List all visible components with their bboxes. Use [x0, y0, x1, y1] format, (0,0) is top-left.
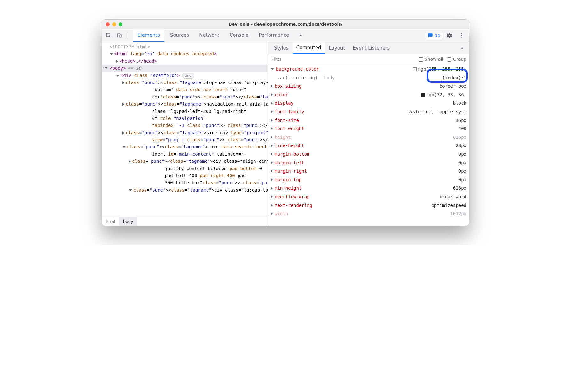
svg-rect-2 — [120, 35, 121, 37]
styles-sidebar: StylesComputedLayoutEvent Listeners » Sh… — [268, 42, 469, 226]
sidebar-tab-event-listeners[interactable]: Event Listeners — [349, 42, 394, 54]
dom-node-cont[interactable]: 0" role="navigation" — [122, 115, 267, 122]
sidebar-tab-styles[interactable]: Styles — [270, 42, 293, 54]
sidebar-tab-layout[interactable]: Layout — [325, 42, 349, 54]
dom-node[interactable]: <head>…</head> — [102, 58, 268, 65]
dom-node[interactable]: class="punc"><class="tagname">main data-… — [102, 143, 268, 158]
computed-prop-box-sizing[interactable]: box-sizingborder-box — [268, 82, 469, 90]
sidebar-tab-computed[interactable]: Computed — [293, 42, 325, 54]
zoom-window-button[interactable] — [119, 22, 122, 26]
dom-node-cont[interactable]: view="proj t"class="punc">>…class="punc"… — [122, 136, 267, 143]
dom-node-cont[interactable]: inert id="main-content" tabindex="- — [122, 151, 267, 158]
computed-prop-line-height[interactable]: line-height28px — [268, 141, 469, 150]
close-window-button[interactable] — [106, 22, 110, 26]
show-all-checkbox[interactable]: Show all — [419, 57, 443, 62]
layout-pill: grid — [182, 73, 195, 79]
computed-prop-background-color[interactable]: background-colorrgb(255, 255, 255) — [268, 65, 469, 74]
dom-node[interactable]: <html lang="en" data-cookies-accepted> — [102, 50, 268, 57]
tab-performance[interactable]: Performance — [254, 29, 293, 42]
breadcrumb: htmlbody — [102, 217, 268, 226]
filter-input[interactable] — [271, 56, 415, 62]
computed-filterbar: Show all Group — [268, 54, 469, 64]
main-split: <!DOCTYPE html><html lang="en" data-cook… — [102, 42, 469, 226]
source-link[interactable]: (index):1 — [442, 74, 466, 82]
computed-prop-margin-top[interactable]: margin-top0px — [268, 176, 469, 184]
toolbar-divider — [127, 32, 127, 39]
dom-node[interactable]: class="punc"><class="tagname">navigation… — [102, 100, 268, 129]
dom-node[interactable]: class="punc"><class="tagname">div class=… — [102, 158, 268, 186]
window-title: DevTools - developer.chrome.com/docs/dev… — [102, 22, 469, 27]
elements-panel: <!DOCTYPE html><html lang="en" data-cook… — [102, 42, 268, 226]
dom-node[interactable]: class="punc"><class="tagname">side-nav t… — [102, 129, 268, 144]
minimize-window-button[interactable] — [112, 22, 116, 26]
more-menu-icon[interactable]: ⋮ — [456, 32, 467, 39]
computed-prop-font-weight[interactable]: font-weight400 — [268, 124, 469, 133]
dom-node[interactable]: ⋯<body>== $0 — [102, 65, 268, 72]
panel-tabs: ElementsSourcesNetworkConsolePerformance — [133, 29, 294, 42]
computed-prop-source[interactable]: var(--color-bg)body(index):1 — [268, 74, 469, 82]
dom-node[interactable]: class="punc"><class="tagname">top-nav cl… — [102, 79, 268, 100]
inspect-icon[interactable] — [104, 31, 113, 40]
dom-tree[interactable]: <!DOCTYPE html><html lang="en" data-cook… — [102, 42, 268, 217]
devtools-window: DevTools - developer.chrome.com/docs/dev… — [102, 19, 469, 226]
computed-prop-font-family[interactable]: font-familysystem-ui, -apple-syst — [268, 107, 469, 116]
computed-properties[interactable]: background-colorrgb(255, 255, 255)var(--… — [268, 64, 469, 226]
dom-node[interactable]: class="punc"><class="tagname">div class=… — [102, 186, 268, 193]
dom-node-cont[interactable]: 300 title-bar"class="punc">>…class="punc… — [129, 179, 267, 186]
computed-prop-text-rendering[interactable]: text-renderingoptimizespeed — [268, 201, 469, 210]
computed-prop-font-size[interactable]: font-size16px — [268, 116, 469, 125]
panel-tabs-overflow[interactable]: » — [295, 32, 307, 39]
computed-prop-margin-left[interactable]: margin-left0px — [268, 159, 469, 167]
computed-prop-height[interactable]: height626px — [268, 133, 469, 142]
dom-node-cont[interactable]: ner"class="punc">>…class="punc"></class=… — [122, 93, 267, 100]
computed-prop-width[interactable]: width1012px — [268, 209, 469, 218]
computed-prop-margin-bottom[interactable]: margin-bottom0px — [268, 150, 469, 159]
dom-node-cont[interactable]: class="lg:pad-left-200 lg:pad-right — [122, 108, 267, 115]
breadcrumb-body[interactable]: body — [119, 217, 137, 226]
sidebar-tabs-overflow[interactable]: » — [457, 42, 467, 54]
dom-node-cont[interactable]: -bottom" data-side-nav-inert role=" — [122, 86, 267, 93]
computed-prop-display[interactable]: displayblock — [268, 99, 469, 107]
main-toolbar: ElementsSourcesNetworkConsolePerformance… — [102, 29, 469, 42]
issues-badge[interactable]: 15 — [425, 32, 443, 39]
group-checkbox[interactable]: Group — [447, 57, 466, 62]
tab-sources[interactable]: Sources — [166, 29, 193, 42]
dom-node-cont[interactable]: tabindex="-1"class="punc">> class="punc"… — [122, 122, 267, 129]
tab-elements[interactable]: Elements — [133, 29, 164, 42]
window-titlebar: DevTools - developer.chrome.com/docs/dev… — [102, 20, 469, 29]
dom-node[interactable]: <!DOCTYPE html> — [102, 43, 268, 50]
computed-prop-color[interactable]: colorrgb(32, 33, 36) — [268, 90, 469, 99]
computed-prop-margin-right[interactable]: margin-right0px — [268, 167, 469, 176]
tab-network[interactable]: Network — [195, 29, 224, 42]
dom-node-cont[interactable]: justify-content-between pad-bottom 0 — [129, 165, 267, 172]
device-mode-icon[interactable] — [115, 31, 124, 40]
dom-node-cont[interactable]: pad-left-400 pad-right-400 pad- — [129, 172, 267, 179]
computed-prop-min-height[interactable]: min-height626px — [268, 184, 469, 192]
settings-icon[interactable] — [445, 31, 454, 40]
computed-prop-overflow-wrap[interactable]: overflow-wrapbreak-word — [268, 192, 469, 201]
window-controls — [102, 22, 122, 26]
sidebar-tabs: StylesComputedLayoutEvent Listeners » — [268, 42, 469, 54]
tab-console[interactable]: Console — [225, 29, 253, 42]
dom-node[interactable]: <div class="scaffold">grid — [102, 72, 268, 79]
issues-count: 15 — [435, 33, 441, 38]
breadcrumb-html[interactable]: html — [102, 217, 119, 226]
